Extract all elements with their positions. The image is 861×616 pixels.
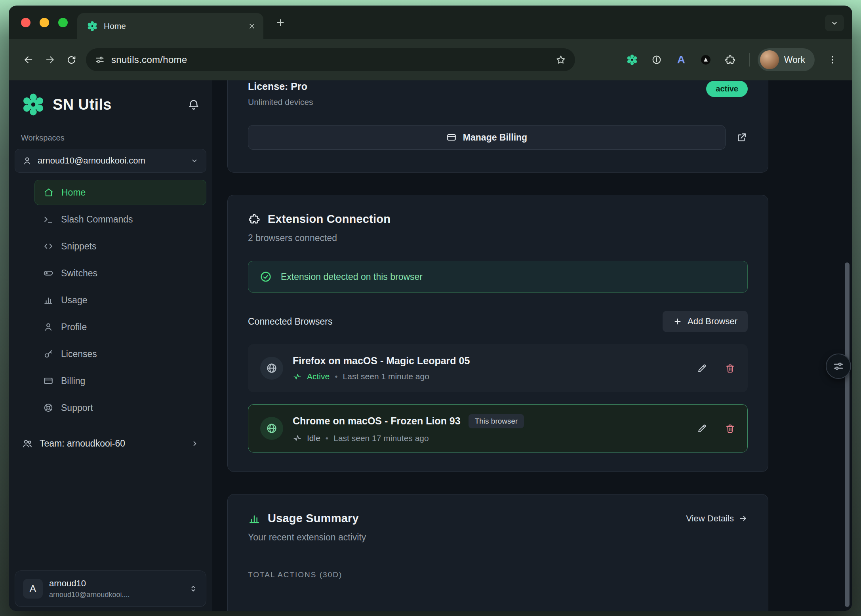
card-title: Usage Summary [268, 512, 359, 525]
home-icon [44, 187, 54, 198]
profile-avatar [760, 50, 779, 69]
reload-button[interactable] [61, 49, 82, 70]
tab-close-icon[interactable] [248, 22, 256, 30]
sidebar: SN Utils Workspaces arnoud10@arnoudkooi.… [9, 80, 212, 611]
sidebar-item-licenses[interactable]: Licenses [34, 341, 206, 367]
sidebar-item-support[interactable]: Support [34, 395, 206, 420]
total-actions-label: TOTAL ACTIONS (30D) [248, 570, 748, 579]
sidebar-item-usage[interactable]: Usage [34, 287, 206, 313]
kebab-icon [827, 55, 838, 65]
user-email: arnoud10@arnoudkooi.... [49, 591, 182, 599]
close-window-button[interactable] [21, 18, 30, 27]
browser-row-firefox: Firefox on macOS - Magic Leopard 05 Acti… [248, 344, 748, 392]
workspace-selector[interactable]: arnoud10@arnoudkooi.com [15, 149, 206, 173]
plus-icon [275, 17, 286, 28]
sidebar-item-label: Profile [61, 322, 87, 333]
license-info: License: Pro Unlimited devices [248, 81, 313, 107]
view-details-link[interactable]: View Details [686, 513, 748, 524]
pencil-icon [697, 423, 707, 434]
key-icon [43, 349, 53, 359]
page-content: SN Utils Workspaces arnoud10@arnoudkooi.… [9, 80, 852, 611]
add-browser-button[interactable]: Add Browser [663, 311, 748, 332]
browser-name: Chrome on macOS - Frozen Lion 93 [293, 415, 461, 427]
minimize-window-button[interactable] [40, 18, 49, 27]
sidebar-item-slash-commands[interactable]: Slash Commands [34, 207, 206, 232]
sidebar-item-label: Support [61, 403, 93, 413]
window-controls [21, 6, 68, 39]
scrollbar-thumb[interactable] [845, 262, 850, 607]
back-button[interactable] [18, 49, 39, 70]
check-circle-icon [259, 270, 272, 283]
profile-name: Work [784, 55, 805, 65]
toggle-icon [43, 268, 53, 278]
edit-browser-button[interactable] [697, 423, 707, 434]
new-tab-button[interactable] [271, 13, 290, 32]
users-icon [22, 438, 33, 449]
activity-icon [293, 433, 302, 443]
sidebar-item-billing[interactable]: Billing [34, 368, 206, 394]
trash-icon [725, 423, 735, 434]
browser-tab-home[interactable]: Home [77, 13, 263, 39]
extension-dark-circle-icon[interactable] [695, 49, 716, 70]
tab-favicon [87, 21, 98, 32]
workspaces-label: Workspaces [21, 133, 200, 143]
browser-name: Firefox on macOS - Magic Leopard 05 [293, 355, 470, 367]
manage-billing-button[interactable]: Manage Billing [248, 125, 726, 150]
user-name: arnoud10 [49, 578, 182, 589]
card-subtitle: Your recent extension activity [248, 532, 748, 543]
sidebar-item-home[interactable]: Home [34, 180, 206, 205]
add-browser-label: Add Browser [688, 316, 737, 327]
connected-browsers-label: Connected Browsers [248, 316, 333, 327]
delete-browser-button[interactable] [725, 423, 735, 434]
globe-icon [260, 357, 283, 380]
sidebar-item-team[interactable]: Team: arnoudkooi-60 [15, 431, 206, 456]
usage-summary-card: Usage Summary View Details Your recent e… [227, 494, 768, 611]
app-logo-icon [21, 92, 46, 117]
arrow-right-icon [739, 514, 748, 523]
address-bar[interactable]: snutils.com/home [86, 48, 575, 71]
plus-icon [673, 317, 682, 326]
license-subtitle: Unlimited devices [248, 97, 313, 107]
extension-circle-icon[interactable] [646, 49, 667, 70]
alert-text: Extension detected on this browser [281, 272, 423, 282]
notifications-button[interactable] [187, 98, 200, 111]
profile-chip[interactable]: Work [758, 48, 815, 71]
trash-icon [725, 363, 735, 374]
external-link-icon[interactable] [736, 131, 748, 143]
browser-row-chrome: Chrome on macOS - Frozen Lion 93 This br… [248, 404, 748, 452]
bell-icon [187, 98, 200, 111]
sidebar-item-label: Switches [61, 268, 97, 279]
forward-button[interactable] [39, 49, 61, 70]
chevrons-up-down-icon [189, 584, 198, 593]
credit-card-icon [43, 376, 53, 386]
lifebuoy-icon [43, 403, 53, 413]
extension-a-icon[interactable]: A [671, 49, 692, 70]
manage-billing-label: Manage Billing [463, 132, 527, 143]
toolbar-divider [749, 53, 750, 67]
code-icon [43, 241, 53, 251]
edit-browser-button[interactable] [697, 363, 707, 374]
sidebar-item-label: Billing [61, 376, 85, 386]
sliders-icon [832, 360, 844, 372]
bookmark-star-icon[interactable] [555, 54, 566, 65]
bar-chart-icon [43, 295, 53, 305]
tab-search-button[interactable] [825, 15, 844, 31]
url-text[interactable]: snutils.com/home [111, 54, 549, 65]
extensions-puzzle-icon[interactable] [720, 49, 741, 70]
chevron-down-icon [190, 156, 199, 165]
floating-helper-button[interactable] [826, 354, 851, 379]
extension-snutils-icon[interactable] [621, 49, 643, 70]
user-avatar: A [23, 579, 43, 599]
sidebar-item-profile[interactable]: Profile [34, 314, 206, 340]
zoom-window-button[interactable] [58, 18, 68, 27]
tab-strip: Home [9, 6, 852, 39]
sidebar-item-snippets[interactable]: Snippets [34, 234, 206, 259]
sidebar-item-switches[interactable]: Switches [34, 260, 206, 286]
account-switcher[interactable]: A arnoud10 arnoud10@arnoudkooi.... [15, 570, 206, 607]
last-seen: Last seen 17 minutes ago [333, 433, 429, 443]
credit-card-icon [446, 132, 457, 143]
team-label: Team: arnoudkooi-60 [40, 438, 183, 449]
browser-menu-button[interactable] [822, 49, 843, 70]
delete-browser-button[interactable] [725, 363, 735, 374]
tune-icon[interactable] [95, 55, 105, 65]
